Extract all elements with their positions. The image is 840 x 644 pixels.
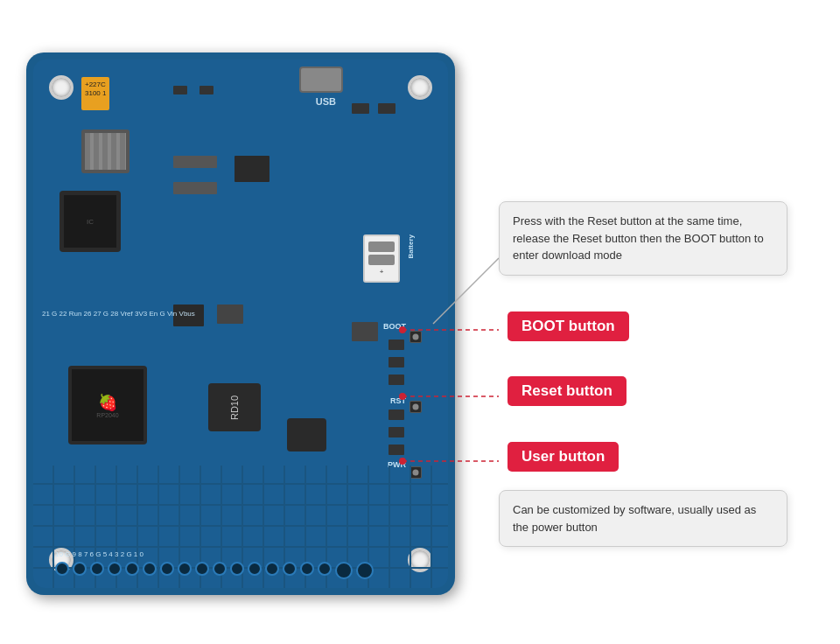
reset-button-physical[interactable] <box>410 401 422 413</box>
top-row-labels: 21 G 22 Run 26 27 G 28 Vref 3V3 En G Vin… <box>42 310 195 318</box>
reset-label-text: Reset button <box>522 382 612 399</box>
mount-hole-tl <box>49 75 74 100</box>
pin-holes <box>55 562 426 579</box>
battery-connector: + <box>363 234 400 283</box>
user-button-label: User button <box>508 442 619 472</box>
pin-14 <box>283 562 297 576</box>
pin-large-2 <box>356 562 374 579</box>
capacitor-1: +227C3100 1 <box>81 77 109 110</box>
reset-button-label: Reset button <box>508 376 626 406</box>
smd-12 <box>388 357 404 368</box>
smd-15 <box>388 427 404 438</box>
pin-large-1 <box>335 562 353 579</box>
pin-12 <box>248 562 262 576</box>
smd-6 <box>173 182 217 194</box>
top-callout-text: Press with the Reset button at the same … <box>513 214 764 262</box>
pin-13 <box>265 562 279 576</box>
pin-15 <box>300 562 314 576</box>
smd-4 <box>200 86 214 94</box>
boot-button-physical[interactable] <box>410 331 422 343</box>
pin-holes-row: 10 G 9 8 7 6 G 5 4 3 2 G 1 0 <box>55 550 426 562</box>
ic-chip-2: RD10 <box>208 383 261 431</box>
boot-text: BOOT <box>383 322 406 331</box>
pin-8 <box>178 562 192 576</box>
smd-14 <box>388 410 404 420</box>
top-callout: Press with the Reset button at the same … <box>499 201 788 276</box>
bottom-callout: Can be customized by software, usually u… <box>499 490 788 547</box>
pcb-board: USB +227C3100 1 IC 🍓 RP2 <box>26 52 455 595</box>
rst-text: RST <box>390 396 406 405</box>
pin-2 <box>73 562 87 576</box>
bottom-pin-labels: 10 G 9 8 7 6 G 5 4 3 2 G 1 0 <box>55 550 426 558</box>
pin-7 <box>160 562 174 576</box>
pin-10 <box>213 562 227 576</box>
smd-2 <box>378 103 396 114</box>
smd-16 <box>388 444 404 455</box>
smd-11 <box>388 340 404 350</box>
battery-label: Battery <box>407 234 415 259</box>
pin-5 <box>125 562 139 576</box>
smd-1 <box>352 103 369 114</box>
ic-chip-1: IC <box>60 191 121 252</box>
usb-label: USB <box>316 96 336 107</box>
pin-4 <box>108 562 122 576</box>
inductor-1 <box>81 130 130 173</box>
boot-button-label: BOOT button <box>508 312 629 341</box>
smd-5 <box>173 156 217 168</box>
pin-3 <box>90 562 104 576</box>
boot-label-text: BOOT button <box>522 318 615 334</box>
main-container: USB +227C3100 1 IC 🍓 RP2 <box>0 0 840 644</box>
smd-13 <box>388 374 404 385</box>
rp2040-chip: 🍓 RP2040 <box>68 366 147 444</box>
pin-6 <box>143 562 157 576</box>
ic-chip-3 <box>287 418 326 452</box>
pin-9 <box>195 562 209 576</box>
smd-3 <box>173 86 187 94</box>
pin-11 <box>230 562 244 576</box>
pin-1 <box>55 562 69 576</box>
mount-hole-tr <box>408 75 432 100</box>
smd-7 <box>234 156 270 182</box>
pin-16 <box>318 562 332 576</box>
smd-9 <box>217 304 243 324</box>
user-label-text: User button <box>522 448 605 465</box>
bottom-callout-text: Can be customized by software, usually u… <box>513 503 756 534</box>
smd-10 <box>352 322 378 341</box>
usb-port <box>299 66 343 93</box>
